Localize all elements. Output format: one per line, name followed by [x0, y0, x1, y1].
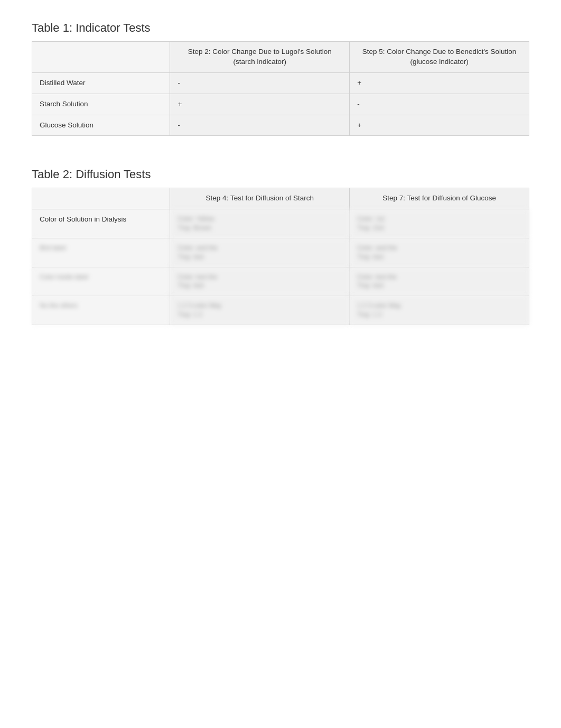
table2-row4-col3: 1 2 3 color WayTray: 1 2 [350, 296, 529, 325]
table2-row3-col2: Color: test theTray: test [170, 267, 350, 296]
table1-row2-col2: + [170, 94, 350, 115]
table-row: Starch Solution + - [32, 94, 529, 115]
table2-row2-col3: Color: and theTray: test [350, 238, 529, 267]
table2-row4-col2: 1 2 3 color WayTray: 1 2 [170, 296, 350, 325]
table1: Step 2: Color Change Due to Lugol's Solu… [32, 41, 529, 136]
table1-col1-header [32, 42, 170, 73]
table2-row1-label: Color of Solution in Dialysis [32, 209, 170, 238]
table1-col3-header: Step 5: Color Change Due to Benedict's S… [350, 42, 529, 73]
table2-row1-col2: Color: YellowTray: Brown [170, 209, 350, 238]
table2-col3-header: Step 7: Test for Diffusion of Glucose [350, 188, 529, 209]
table2: Step 4: Test for Diffusion of Starch Ste… [32, 188, 529, 325]
table2-col1-header [32, 188, 170, 209]
table-row: Glucose Solution - + [32, 115, 529, 136]
table2-row3-col3: Color: test theTray: test [350, 267, 529, 296]
table2-row1-col3: Color: 1stTray: 2nd [350, 209, 529, 238]
table1-row1-label: Distilled Water [32, 72, 170, 94]
table-row: Color inside label Color: test theTray: … [32, 267, 529, 296]
table2-row4-label: No the others [32, 296, 170, 325]
table1-title: Table 1: Indicator Tests [32, 21, 529, 35]
table-row: Blrd label Color: and theTray: test Colo… [32, 238, 529, 267]
table1-row2-label: Starch Solution [32, 94, 170, 115]
table2-row2-label: Blrd label [32, 238, 170, 267]
table2-section: Table 2: Diffusion Tests Step 4: Test fo… [32, 168, 529, 325]
table1-row1-col3: + [350, 72, 529, 94]
table-row: No the others 1 2 3 color WayTray: 1 2 1… [32, 296, 529, 325]
table2-title: Table 2: Diffusion Tests [32, 168, 529, 181]
table2-row3-label: Color inside label [32, 267, 170, 296]
table2-row2-col2: Color: and theTray: test [170, 238, 350, 267]
table1-col2-header: Step 2: Color Change Due to Lugol's Solu… [170, 42, 350, 73]
table2-col2-header: Step 4: Test for Diffusion of Starch [170, 188, 350, 209]
table-row: Color of Solution in Dialysis Color: Yel… [32, 209, 529, 238]
table1-section: Table 1: Indicator Tests Step 2: Color C… [32, 21, 529, 136]
table-row: Distilled Water - + [32, 72, 529, 94]
table1-row3-col2: - [170, 115, 350, 136]
table1-row2-col3: - [350, 94, 529, 115]
table1-row1-col2: - [170, 72, 350, 94]
table1-row3-label: Glucose Solution [32, 115, 170, 136]
table1-row3-col3: + [350, 115, 529, 136]
